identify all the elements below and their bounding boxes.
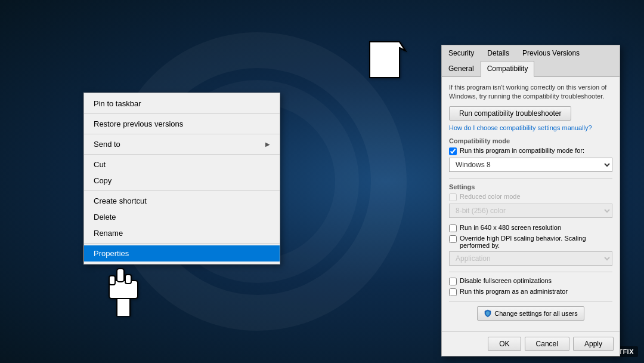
reduced-color-label: Reduced color mode: [460, 193, 521, 200]
settings-label: Settings: [449, 183, 612, 190]
run-troubleshooter-label: Run compatibility troubleshooter: [459, 109, 561, 118]
context-menu-item-cut[interactable]: Cut: [84, 156, 280, 173]
run-640-row: Run in 640 x 480 screen resolution: [449, 224, 612, 232]
svg-rect-7: [117, 296, 130, 316]
compat-version-dropdown[interactable]: Windows 8: [449, 158, 612, 172]
section-divider-2: [449, 272, 612, 272]
tab-security[interactable]: Security: [442, 45, 481, 61]
tab-details[interactable]: Details: [481, 45, 516, 61]
context-menu: Pin to taskbar Restore previous versions…: [83, 93, 280, 264]
context-menu-label-properties: Properties: [94, 249, 129, 258]
change-settings-button[interactable]: Change settings for all users: [477, 306, 584, 321]
apply-label: Apply: [584, 340, 602, 348]
context-menu-item-rename[interactable]: Rename: [84, 225, 280, 241]
scaling-dropdown[interactable]: Application: [449, 251, 612, 266]
separator-3: [84, 154, 280, 155]
tab-previous-versions[interactable]: Previous Versions: [516, 45, 586, 61]
context-menu-label-copy: Copy: [94, 176, 112, 185]
reduced-color-row: Reduced color mode: [449, 193, 612, 201]
tab-compatibility-label: Compatibility: [487, 64, 528, 73]
context-menu-label-rename: Rename: [94, 229, 123, 238]
svg-rect-10: [125, 275, 131, 284]
cursor-hand-upper: [364, 36, 411, 85]
section-divider-1: [449, 178, 612, 179]
separator-5: [84, 243, 280, 244]
context-menu-label-restore-versions: Restore previous versions: [94, 119, 183, 128]
separator-4: [84, 190, 280, 191]
tab-details-label: Details: [487, 49, 509, 57]
run-admin-label: Run this program as an administrator: [460, 288, 568, 295]
settings-section: Settings Reduced color mode 8-bit (256) …: [449, 183, 612, 296]
compat-mode-label: Run this program in compatibility mode f…: [460, 147, 584, 154]
tab-general-label: General: [448, 64, 474, 73]
compat-section-label: Compatibility mode: [449, 137, 612, 144]
override-dpi-label: Override high DPI scaling behavior. Scal…: [460, 235, 612, 249]
properties-dialog: Security Details Previous Versions Gener…: [441, 45, 620, 356]
dialog-footer: OK Cancel Apply: [442, 331, 620, 356]
tab-general[interactable]: General: [442, 61, 481, 76]
how-do-link-text: How do I choose compatibility settings m…: [449, 124, 592, 131]
compat-mode-checkbox[interactable]: [449, 147, 457, 155]
cancel-label: Cancel: [536, 340, 558, 348]
dialog-intro-text: If this program isn't working correctly …: [449, 83, 612, 101]
tab-security-label: Security: [448, 49, 474, 57]
how-do-link[interactable]: How do I choose compatibility settings m…: [449, 124, 612, 131]
context-menu-label-pin-taskbar: Pin to taskbar: [94, 99, 141, 108]
section-divider-3: [449, 301, 612, 302]
disable-fullscreen-label: Disable fullscreen optimizations: [460, 277, 552, 284]
run-640-label: Run in 640 x 480 screen resolution: [460, 224, 561, 231]
context-menu-item-send-to[interactable]: Send to ▶: [84, 136, 280, 152]
tab-compatibility[interactable]: Compatibility: [481, 61, 535, 77]
apply-button[interactable]: Apply: [573, 337, 614, 351]
svg-rect-11: [109, 276, 115, 285]
context-menu-item-pin-taskbar[interactable]: Pin to taskbar: [84, 96, 280, 112]
shield-icon: [484, 309, 492, 318]
send-to-arrow-icon: ▶: [265, 141, 270, 147]
separator-1: [84, 113, 280, 114]
run-admin-row: Run this program as an administrator: [449, 288, 612, 296]
override-dpi-checkbox[interactable]: [449, 235, 457, 243]
svg-line-6: [400, 48, 405, 51]
dialog-tabs: Security Details Previous Versions Gener…: [442, 45, 620, 77]
context-menu-item-copy[interactable]: Copy: [84, 173, 280, 189]
svg-marker-0: [370, 42, 405, 78]
compat-section-label-text: Compatibility mode: [449, 137, 510, 144]
context-menu-label-send-to: Send to: [94, 140, 120, 149]
app-dropdown-row: Application: [449, 251, 612, 266]
run-640-checkbox[interactable]: [449, 224, 457, 232]
compat-mode-checkbox-row: Run this program in compatibility mode f…: [449, 147, 612, 155]
context-menu-item-properties[interactable]: Properties: [84, 245, 280, 262]
context-menu-item-create-shortcut[interactable]: Create shortcut: [84, 193, 280, 209]
compat-dropdown-row: Windows 8: [449, 158, 612, 172]
svg-line-5: [400, 42, 405, 51]
tab-previous-versions-label: Previous Versions: [522, 49, 580, 57]
context-menu-label-cut: Cut: [94, 160, 106, 169]
context-menu-item-delete[interactable]: Delete: [84, 209, 280, 225]
color-dropdown-row: 8-bit (256) color: [449, 204, 612, 218]
override-dpi-row: Override high DPI scaling behavior. Scal…: [449, 235, 612, 249]
disable-fullscreen-row: Disable fullscreen optimizations: [449, 277, 612, 285]
disable-fullscreen-checkbox[interactable]: [449, 278, 457, 285]
change-settings-label: Change settings for all users: [494, 310, 577, 317]
ok-button[interactable]: OK: [488, 337, 521, 351]
context-menu-item-restore-versions[interactable]: Restore previous versions: [84, 116, 280, 132]
run-admin-checkbox[interactable]: [449, 288, 457, 296]
reduced-color-checkbox[interactable]: [449, 193, 457, 201]
run-troubleshooter-button[interactable]: Run compatibility troubleshooter: [449, 106, 571, 121]
dialog-content: If this program isn't working correctly …: [442, 77, 620, 331]
context-menu-label-delete: Delete: [94, 213, 116, 222]
context-menu-label-create-shortcut: Create shortcut: [94, 196, 147, 205]
svg-rect-9: [117, 269, 124, 282]
separator-2: [84, 134, 280, 134]
ok-label: OK: [499, 340, 509, 348]
cancel-button[interactable]: Cancel: [525, 337, 569, 351]
color-depth-dropdown[interactable]: 8-bit (256) color: [449, 204, 612, 218]
svg-rect-8: [109, 281, 138, 299]
